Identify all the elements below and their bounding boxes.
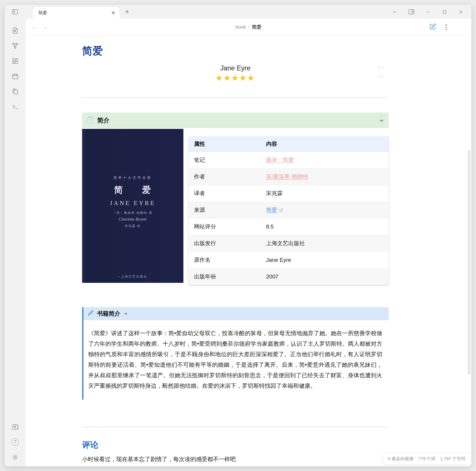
summary-callout: 书籍简介 </> 《简爱》讲述了这样一个故事：简•爱自幼父母双亡，投靠冷酷的舅母… [82,307,389,400]
tab-title: 简爱 [38,10,111,16]
table-header-row: 属性 内容 [189,136,389,152]
status-backlinks[interactable]: 0 条反向链接 [388,456,414,462]
code-block-marker[interactable]: </> [377,65,385,70]
graph-view-icon[interactable] [11,42,19,50]
status-word-count[interactable]: 779 个词 [418,456,435,462]
cover-author-cn: 〔英〕夏洛蒂·勃朗特 著 [113,211,152,215]
column-header-attribute: 属性 [189,136,261,152]
row-value: 宋兆霖 [261,185,389,202]
row-label: 原作名 [189,252,261,269]
comments-heading: 评论 [82,439,389,451]
more-options-icon[interactable] [445,24,447,31]
minimize-button[interactable] [425,9,431,15]
cover-title-en: JANE EYRE [110,200,155,207]
breadcrumb-current: 简爱 [252,24,262,30]
divider [82,97,389,98]
file-search-icon[interactable] [11,27,19,34]
breadcrumb-separator: / [248,24,250,30]
column-header-content: 内容 [261,136,389,152]
cover-series-text: 世界十大文学名著 [114,176,152,180]
intro-callout-header[interactable]: 简介 </> [82,112,389,128]
row-label: 笔记 [189,152,261,169]
row-value: 8.5 [261,219,389,235]
row-label: 译者 [189,185,261,202]
row-label: 出版年份 [189,269,261,285]
book-summary-text: 《简爱》讲述了这样一个故事：简•爱自幼父母双亡，投靠冷酷的舅母，但舅母无情地抛弃… [88,328,382,391]
left-sidebar-toggle-icon[interactable] [12,8,18,15]
cover-title-cn: 简 爱 [114,184,152,196]
new-tab-button[interactable]: + [125,8,129,16]
app-window: 简爱 ✕ + [5,5,471,466]
row-label: 来源 [189,202,261,219]
titlebar: 简爱 ✕ + [5,5,471,19]
code-block-marker[interactable]: </> [379,309,385,314]
chevron-down-icon[interactable] [392,9,397,15]
pencil-icon [88,310,94,317]
maximize-button[interactable] [442,9,447,15]
book-info-table: 属性 内容 笔记 摘录：简爱 [189,136,389,285]
status-char-count[interactable]: 1,797 个字符 [440,456,465,462]
tab-close-icon[interactable]: ✕ [111,11,115,15]
table-row-publisher: 出版发行 上海文艺出版社 [189,235,389,252]
cover-author-en: Charlotte Brontë [119,217,147,222]
close-button[interactable] [458,9,464,15]
summary-callout-title: 书籍简介 [97,310,120,318]
scrollbar-thumb[interactable] [468,150,470,375]
cover-translator: 宋兆霖 译 [125,224,141,228]
page-title: 简爱 [82,44,389,58]
workspace-ribbon: ? [5,19,26,466]
cover-publisher: 上海文艺出版社 [118,274,147,279]
book-subtitle: Jane Eyre [82,64,389,72]
breadcrumb: book / 简爱 [26,19,471,35]
dashboard-icon[interactable] [11,57,19,65]
collapse-chevron-icon[interactable] [379,119,384,123]
table-row-author: 作者 英/夏洛蒂·勃朗特 [189,169,389,185]
row-label: 作者 [189,169,261,185]
external-link-icon[interactable] [279,207,283,214]
collapse-chevron-icon[interactable] [124,312,128,316]
vault-switcher-icon[interactable] [11,423,19,431]
tab-jane-eyre[interactable]: 简爱 ✕ [33,7,119,19]
code-block-marker[interactable]: </> [379,114,385,119]
row-label: 网站评分 [189,219,261,235]
intro-callout-title: 简介 [97,116,110,124]
window-controls [392,8,464,15]
note-link[interactable]: 摘录：简爱 [266,157,294,163]
summary-callout-header[interactable]: 书籍简介 </> [84,307,389,320]
row-value: Jane Eyre [261,252,389,269]
note-content: 简爱 Jane Eyre </> ★★★★★ </> [82,35,389,463]
view-header: ← → book / 简爱 [26,19,471,35]
book-cover-image: 世界十大文学名著 简 爱 JANE EYRE 〔英〕夏洛蒂·勃朗特 著 Char… [82,129,183,283]
copy-pages-icon[interactable] [11,88,19,95]
table-row-site-rating: 网站评分 8.5 [189,219,389,235]
right-sidebar-toggle-icon[interactable] [408,8,415,15]
row-value: 上海文艺出版社 [261,235,389,252]
divider [82,427,389,427]
row-label: 出版发行 [189,235,261,252]
help-icon[interactable]: ? [11,438,19,446]
table-row-note: 笔记 摘录：简爱 [189,152,389,169]
table-row-original-title: 原作名 Jane Eyre [189,252,389,269]
table-row-publish-year: 出版年份 2007 [189,269,389,285]
source-external-link[interactable]: 简爱 [266,207,277,213]
note-scroll-area: 简爱 Jane Eyre </> ★★★★★ </> [26,35,471,466]
breadcrumb-parent[interactable]: book [235,24,246,30]
row-value: 2007 [261,269,389,285]
settings-gear-icon[interactable] [11,453,19,461]
table-row-source: 来源 简爱 [189,202,389,219]
comment-text: 小时候看过，现在基本忘了剧情了，每次读的感受都不一样吧 [82,455,389,463]
rating-stars: ★★★★★ [216,74,255,82]
summary-callout-body: 《简爱》讲述了这样一个故事：简•爱自幼父母双亡，投靠冷酷的舅母，但舅母无情地抛弃… [84,320,389,400]
calendar-icon[interactable] [11,72,19,80]
notepad-icon [87,116,94,125]
code-block-marker[interactable]: </> [377,74,385,79]
edit-note-icon[interactable] [429,23,436,31]
table-row-translator: 译者 宋兆霖 [189,185,389,202]
terminal-icon[interactable] [11,103,19,110]
status-bar: 0 条反向链接 779 个词 1,797 个字符 [383,453,471,465]
editor-pane: ← → book / 简爱 简爱 [26,19,471,466]
author-link[interactable]: 英/夏洛蒂·勃朗特 [266,174,308,180]
